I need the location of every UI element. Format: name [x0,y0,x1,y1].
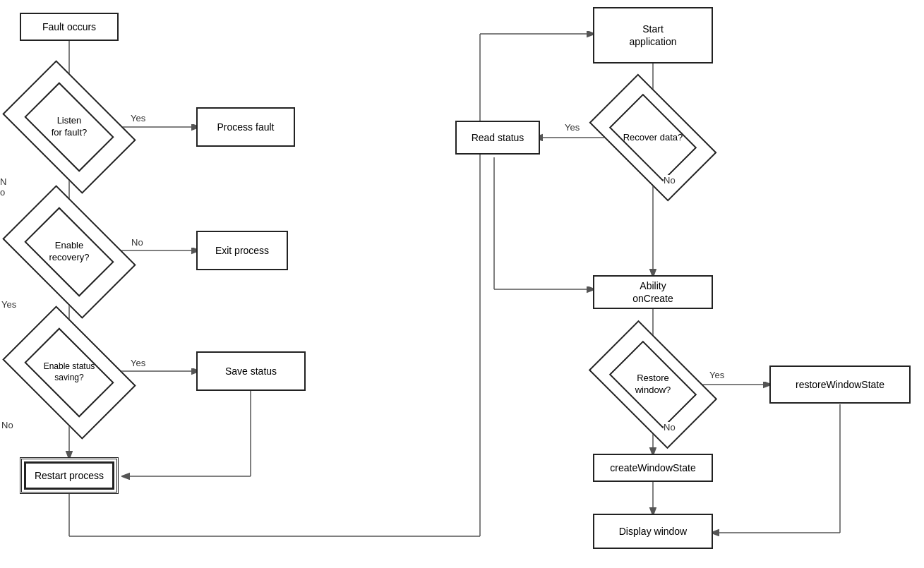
save-status-box: Save status [196,351,306,391]
start-application-box: Startapplication [593,7,713,64]
label-yes-recover: Yes [565,122,580,133]
listen-fault-diamond: Listenfor fault? [14,90,124,164]
process-fault-box: Process fault [196,107,295,147]
ability-oncreate-box: AbilityonCreate [593,275,713,309]
enable-status-diamond: Enable statussaving? [14,336,124,409]
flowchart: Fault occurs Listenfor fault? Process fa… [0,0,924,568]
enable-recovery-diamond: Enablerecovery? [14,215,124,289]
restart-process-box: Restart process [20,457,119,494]
recover-data-diamond: Recover data? [599,104,707,171]
label-no-restore: No [664,422,676,433]
create-window-state-box: createWindowState [593,454,713,482]
display-window-box: Display window [593,514,713,549]
label-no-status: No [1,420,13,430]
label-no-recover: No [664,175,676,186]
connector-lines [0,0,924,568]
fault-occurs-box: Fault occurs [20,13,119,41]
restore-window-state-box: restoreWindowState [769,365,911,404]
label-no-listen: No [0,176,6,198]
label-yes-recovery: Yes [1,299,16,310]
label-yes-listen: Yes [131,113,145,123]
label-yes-status: Yes [131,358,145,368]
label-yes-restore: Yes [709,370,724,380]
exit-process-box: Exit process [196,231,288,270]
read-status-box: Read status [455,121,540,155]
restore-window-diamond: Restorewindow? [599,351,707,418]
label-no-recovery: No [131,237,143,248]
